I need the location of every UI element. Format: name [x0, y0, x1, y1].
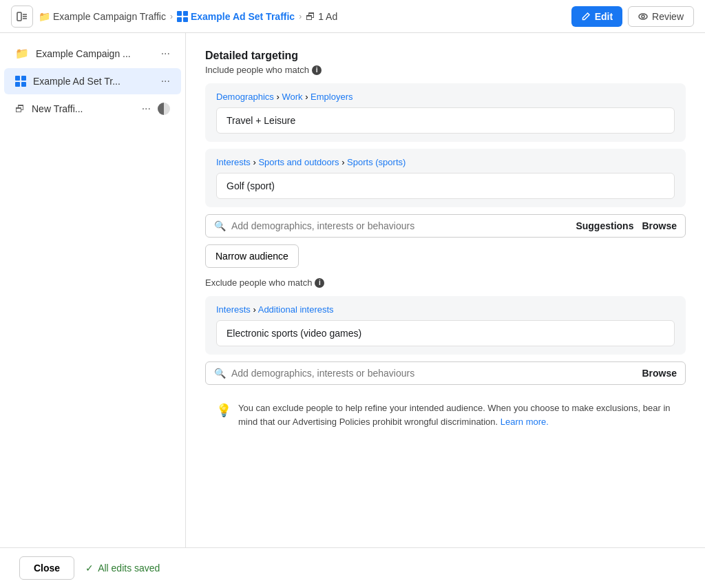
learn-more-link[interactable]: Learn more. [501, 417, 549, 427]
ad-icon: 🗗 [306, 11, 315, 22]
breadcrumb: 📁 Example Campaign Traffic › Example Ad … [39, 11, 337, 22]
content-area: Detailed targeting Include people who ma… [186, 33, 705, 547]
svg-point-4 [639, 14, 647, 19]
sidebar-item-label: New Traffi... [32, 103, 135, 114]
exclude-card: Interests › Additional interests Electro… [205, 296, 686, 355]
exclude-subtitle: Exclude people who match i [205, 277, 686, 288]
ad-icon: 🗗 [15, 103, 25, 114]
exclude-search-input[interactable] [231, 368, 636, 379]
grid-icon [177, 11, 188, 22]
info-box-text: You can exclude people to help refine yo… [238, 401, 675, 428]
sports-sports-link[interactable]: Sports (sports) [347, 157, 406, 167]
suggestions-button[interactable]: Suggestions [576, 220, 633, 231]
exclude-breadcrumb: Interests › Additional interests [216, 304, 675, 315]
interests-link[interactable]: Interests [216, 157, 251, 167]
additional-interests-link[interactable]: Additional interests [258, 304, 334, 315]
footer-bar: Close ✓ All edits saved [0, 547, 705, 588]
saved-status: ✓ All edits saved [85, 563, 160, 574]
top-navigation: 📁 Example Campaign Traffic › Example Ad … [0, 0, 705, 33]
search-icon: 🔍 [214, 220, 226, 231]
sidebar-item-adset[interactable]: Example Ad Set Tr... ··· [4, 68, 181, 94]
include-search-box[interactable]: 🔍 Suggestions Browse [205, 214, 686, 238]
svg-point-5 [642, 15, 644, 18]
check-icon: ✓ [85, 563, 94, 574]
svg-rect-0 [17, 12, 21, 21]
exclude-search-actions: Browse [642, 368, 677, 379]
include-item-1: Travel + Leisure [216, 107, 675, 134]
breadcrumb-campaign[interactable]: 📁 Example Campaign Traffic [39, 11, 166, 22]
demographics-link[interactable]: Demographics [216, 92, 274, 102]
exclude-item: Electronic sports (video games) [216, 320, 675, 346]
include-card-2: Interests › Sports and outdoors › Sports… [205, 149, 686, 207]
more-options-button[interactable]: ··· [161, 48, 170, 60]
include-search-input[interactable] [231, 220, 570, 231]
main-layout: 📁 Example Campaign ... ··· Example Ad Se… [0, 33, 705, 547]
review-button[interactable]: Review [628, 6, 694, 27]
exclude-info-icon[interactable]: i [315, 278, 324, 288]
breadcrumb-adset[interactable]: Example Ad Set Traffic [177, 11, 295, 22]
more-options-button[interactable]: ··· [142, 103, 151, 115]
sidebar-item-campaign[interactable]: 📁 Example Campaign ... ··· [4, 40, 181, 67]
bulb-icon: 💡 [216, 403, 231, 418]
more-options-button[interactable]: ··· [161, 75, 170, 87]
include-breadcrumb-1: Demographics › Work › Employers [216, 92, 675, 102]
work-link[interactable]: Work [282, 92, 302, 102]
include-card-1: Demographics › Work › Employers Travel +… [205, 83, 686, 142]
include-subtitle: Include people who match i [205, 65, 686, 75]
status-half-circle [158, 103, 170, 115]
sidebar-item-label: Example Campaign ... [36, 48, 154, 59]
sidebar: 📁 Example Campaign ... ··· Example Ad Se… [0, 33, 186, 547]
include-info-icon[interactable]: i [312, 65, 322, 75]
info-box: 💡 You can exclude people to help refine … [205, 392, 686, 438]
employers-link[interactable]: Employers [311, 92, 352, 102]
breadcrumb-sep-1: › [170, 12, 173, 21]
include-item-2: Golf (sport) [216, 173, 675, 199]
narrow-audience-button[interactable]: Narrow audience [205, 244, 299, 268]
breadcrumb-sep-2: › [299, 12, 302, 21]
exclude-browse-button[interactable]: Browse [642, 368, 677, 379]
grid-icon [15, 76, 26, 87]
browse-button[interactable]: Browse [642, 220, 677, 231]
sports-outdoors-link[interactable]: Sports and outdoors [258, 157, 339, 167]
sidebar-item-label: Example Ad Set Tr... [33, 76, 154, 87]
section-title: Detailed targeting [205, 50, 686, 62]
sidebar-toggle-button[interactable] [11, 6, 33, 28]
close-button[interactable]: Close [19, 556, 74, 580]
sidebar-item-new-traffic[interactable]: 🗗 New Traffi... ··· [4, 96, 181, 122]
nav-actions: Edit Review [571, 6, 694, 27]
search-icon-exclude: 🔍 [214, 368, 226, 379]
search-actions: Suggestions Browse [576, 220, 677, 231]
folder-icon: 📁 [39, 11, 50, 22]
exclude-search-box[interactable]: 🔍 Browse [205, 361, 686, 385]
interests-exclude-link[interactable]: Interests [216, 304, 251, 315]
include-breadcrumb-2: Interests › Sports and outdoors › Sports… [216, 157, 675, 167]
edit-button[interactable]: Edit [571, 6, 622, 27]
breadcrumb-ad[interactable]: 🗗 1 Ad [306, 11, 337, 22]
folder-icon: 📁 [15, 47, 29, 60]
eye-icon [638, 12, 648, 21]
edit-icon [581, 12, 591, 21]
